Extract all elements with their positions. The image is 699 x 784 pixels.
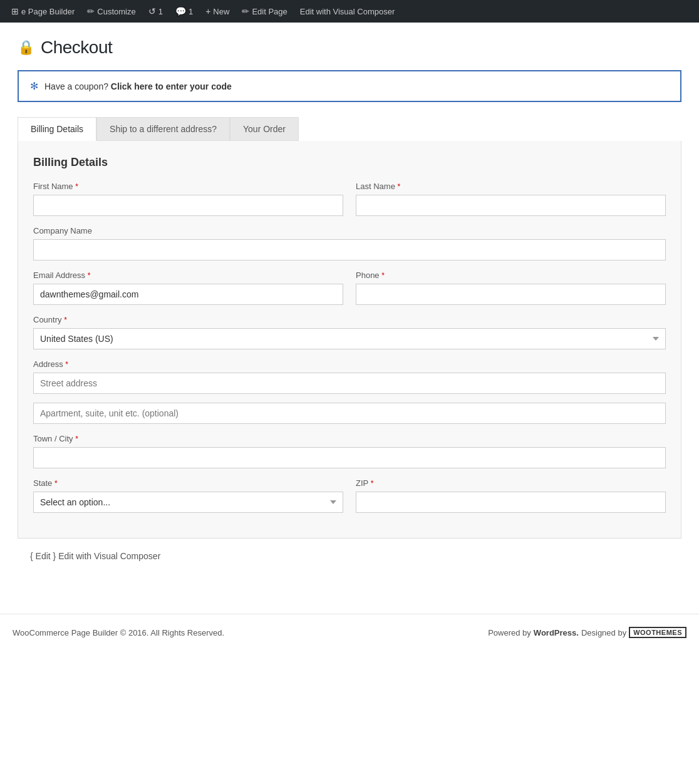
address-label: Address *	[33, 359, 666, 369]
email-label: Email Address *	[33, 271, 343, 280]
first-name-input[interactable]	[33, 195, 343, 216]
zip-label: ZIP *	[356, 478, 666, 488]
last-name-required: *	[398, 182, 401, 191]
footer-designed-by: Designed by	[581, 628, 626, 637]
edit-braces: { Edit }	[30, 551, 56, 561]
admin-bar-customize[interactable]: ✏ Customize	[81, 0, 142, 23]
footer-copyright: WooCommerce Page Builder © 2016. All Rig…	[13, 628, 224, 637]
address-group: Address *	[33, 359, 666, 424]
company-name-label: Company Name	[33, 226, 666, 235]
phone-label: Phone *	[356, 271, 666, 280]
admin-bar-new[interactable]: + New	[199, 0, 236, 23]
admin-bar-comments[interactable]: 💬 1	[169, 0, 199, 23]
billing-section-title: Billing Details	[33, 156, 666, 169]
phone-group: Phone *	[356, 271, 666, 305]
admin-bar: ⊞ e Page Builder ✏ Customize ↺ 1 💬 1 + N…	[0, 0, 699, 23]
email-phone-row: Email Address * Phone *	[33, 271, 666, 305]
edit-visual-composer-link[interactable]: Edit with Visual Composer	[58, 551, 160, 561]
customize-icon: ✏	[87, 6, 95, 16]
billing-form-section: Billing Details First Name * Last Name *	[18, 141, 681, 539]
company-name-group: Company Name	[33, 226, 666, 260]
state-select[interactable]: Select an option...	[33, 492, 343, 513]
address-apt-input[interactable]	[33, 403, 666, 424]
country-group: Country * United States (US)	[33, 315, 666, 349]
page-wrapper: 🔒 Checkout ✻ Have a coupon? Click here t…	[0, 23, 699, 784]
first-name-group: First Name *	[33, 182, 343, 216]
state-zip-row: State * Select an option... ZIP *	[33, 478, 666, 513]
country-select[interactable]: United States (US)	[33, 328, 666, 349]
coupon-icon: ✻	[30, 80, 38, 92]
state-group: State * Select an option...	[33, 478, 343, 513]
state-label: State *	[33, 478, 343, 488]
first-name-required: *	[75, 182, 78, 191]
admin-bar-visual-composer-label: Edit with Visual Composer	[300, 7, 395, 16]
plus-icon: +	[205, 6, 210, 16]
country-required: *	[64, 316, 67, 324]
admin-bar-updates[interactable]: ↺ 1	[142, 0, 169, 23]
zip-required: *	[371, 479, 374, 488]
footer-powered-by: Powered by	[488, 628, 531, 637]
phone-input[interactable]	[356, 284, 666, 305]
town-required: *	[75, 435, 78, 443]
admin-bar-new-label: New	[213, 7, 229, 16]
footer-wordpress: WordPress.	[534, 628, 579, 637]
first-name-label: First Name *	[33, 182, 343, 191]
page-content: 🔒 Checkout ✻ Have a coupon? Click here t…	[5, 23, 694, 589]
edit-footer: { Edit } Edit with Visual Composer	[18, 539, 681, 574]
page-title: Checkout	[41, 38, 112, 58]
country-label: Country *	[33, 315, 666, 324]
email-group: Email Address *	[33, 271, 343, 305]
town-city-group: Town / City *	[33, 434, 666, 468]
updates-icon: ↺	[148, 6, 156, 16]
lock-icon: 🔒	[18, 39, 34, 56]
admin-bar-visual-composer[interactable]: Edit with Visual Composer	[294, 0, 401, 23]
town-city-label: Town / City *	[33, 434, 666, 443]
last-name-label: Last Name *	[356, 182, 666, 191]
state-required: *	[54, 479, 58, 488]
coupon-banner: ✻ Have a coupon? Click here to enter you…	[18, 70, 681, 102]
admin-bar-edit-page-label: Edit Page	[252, 7, 287, 16]
address-required: *	[65, 360, 68, 369]
admin-bar-page-builder-label: e Page Builder	[21, 7, 75, 16]
admin-bar-updates-count: 1	[158, 7, 163, 16]
edit-icon: ✏	[242, 6, 249, 16]
admin-bar-edit-page[interactable]: ✏ Edit Page	[236, 0, 293, 23]
admin-bar-comments-count: 1	[189, 7, 193, 16]
last-name-group: Last Name *	[356, 182, 666, 216]
tab-ship-different[interactable]: Ship to a different address?	[96, 117, 230, 141]
page-title-wrap: 🔒 Checkout	[18, 38, 681, 58]
name-row: First Name * Last Name *	[33, 182, 666, 216]
address-street-input[interactable]	[33, 373, 666, 394]
email-required: *	[88, 271, 91, 280]
zip-input[interactable]	[356, 492, 666, 513]
last-name-input[interactable]	[356, 195, 666, 216]
footer-right: Powered by WordPress. Designed by WOOTHE…	[488, 627, 686, 638]
tab-your-order[interactable]: Your Order	[230, 117, 299, 141]
town-city-input[interactable]	[33, 447, 666, 468]
phone-required: *	[381, 271, 385, 280]
coupon-text: Have a coupon? Click here to enter your …	[44, 81, 232, 91]
zip-group: ZIP *	[356, 478, 666, 513]
footer-woo-badge: WOOTHEMES	[629, 627, 686, 638]
email-input[interactable]	[33, 284, 343, 305]
admin-bar-page-builder[interactable]: ⊞ e Page Builder	[5, 0, 81, 23]
site-footer: WooCommerce Page Builder © 2016. All Rig…	[0, 614, 699, 651]
tab-billing-details[interactable]: Billing Details	[18, 117, 96, 141]
comments-icon: 💬	[175, 6, 186, 16]
company-name-input[interactable]	[33, 239, 666, 260]
tabs-wrapper: Billing Details Ship to a different addr…	[18, 117, 681, 141]
coupon-link[interactable]: Click here to enter your code	[111, 81, 232, 91]
admin-bar-customize-label: Customize	[97, 7, 135, 16]
page-builder-icon: ⊞	[11, 6, 19, 16]
